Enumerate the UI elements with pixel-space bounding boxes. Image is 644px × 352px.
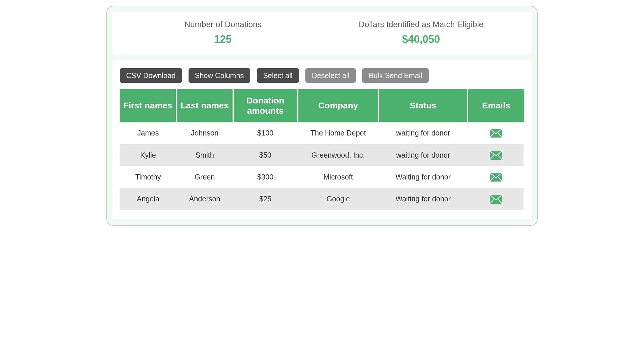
cell-email xyxy=(468,122,524,144)
col-status: Status xyxy=(379,89,467,122)
envelope-icon[interactable] xyxy=(490,151,502,160)
col-emails: Emails xyxy=(468,89,524,122)
stat-donations-value: 125 xyxy=(124,33,322,45)
cell-first-name: James xyxy=(120,122,176,144)
col-first-names: First names xyxy=(120,89,176,122)
stat-match-value: $40,050 xyxy=(322,33,520,45)
dashboard-panel: Number of Donations 125 Dollars Identifi… xyxy=(106,6,538,226)
stat-match-eligible: Dollars Identified as Match Eligible $40… xyxy=(322,20,520,45)
cell-email xyxy=(468,144,524,166)
toolbar: CSV Download Show Columns Select all Des… xyxy=(120,68,524,83)
deselect-all-button[interactable]: Deselect all xyxy=(305,68,356,83)
donations-table: First names Last names Donation amounts … xyxy=(120,89,524,210)
table-row: Timothy Green $300 Microsoft Waiting for… xyxy=(120,166,524,188)
table-header-row: First names Last names Donation amounts … xyxy=(120,89,524,122)
table-row: Angela Anderson $25 Google Waiting for d… xyxy=(120,188,524,210)
cell-company: Microsoft xyxy=(298,166,379,188)
col-last-names: Last names xyxy=(176,89,233,122)
cell-status: waiting for donor xyxy=(379,144,467,166)
cell-company: Greenwood, Inc. xyxy=(298,144,379,166)
stats-card: Number of Donations 125 Dollars Identifi… xyxy=(112,12,532,55)
table-card: CSV Download Show Columns Select all Des… xyxy=(112,60,532,220)
stat-donations: Number of Donations 125 xyxy=(124,20,322,45)
cell-first-name: Angela xyxy=(120,188,176,210)
cell-first-name: Timothy xyxy=(120,166,176,188)
stat-donations-label: Number of Donations xyxy=(124,20,322,29)
cell-email xyxy=(468,166,524,188)
show-columns-button[interactable]: Show Columns xyxy=(189,68,250,83)
cell-last-name: Green xyxy=(176,166,233,188)
table-row: James Johnson $100 The Home Depot waitin… xyxy=(120,122,524,144)
col-company: Company xyxy=(298,89,379,122)
cell-company: The Home Depot xyxy=(298,122,379,144)
bulk-send-email-button[interactable]: Bulk Send Email xyxy=(362,68,428,83)
col-donation-amounts: Donation amounts xyxy=(233,89,298,122)
cell-last-name: Smith xyxy=(176,144,233,166)
cell-amount: $300 xyxy=(233,166,298,188)
table-row: Kylie Smith $50 Greenwood, Inc. waiting … xyxy=(120,144,524,166)
cell-status: Waiting for donor xyxy=(379,166,467,188)
envelope-icon[interactable] xyxy=(490,173,502,182)
cell-company: Google xyxy=(298,188,379,210)
cell-amount: $25 xyxy=(233,188,298,210)
select-all-button[interactable]: Select all xyxy=(257,68,299,83)
cell-amount: $100 xyxy=(233,122,298,144)
cell-email xyxy=(468,188,524,210)
csv-download-button[interactable]: CSV Download xyxy=(120,68,182,83)
stat-match-label: Dollars Identified as Match Eligible xyxy=(322,20,520,29)
envelope-icon[interactable] xyxy=(490,129,502,138)
envelope-icon[interactable] xyxy=(490,195,502,204)
cell-last-name: Johnson xyxy=(176,122,233,144)
cell-first-name: Kylie xyxy=(120,144,176,166)
cell-status: waiting for donor xyxy=(379,122,467,144)
cell-amount: $50 xyxy=(233,144,298,166)
cell-status: Waiting for donor xyxy=(379,188,467,210)
cell-last-name: Anderson xyxy=(176,188,233,210)
